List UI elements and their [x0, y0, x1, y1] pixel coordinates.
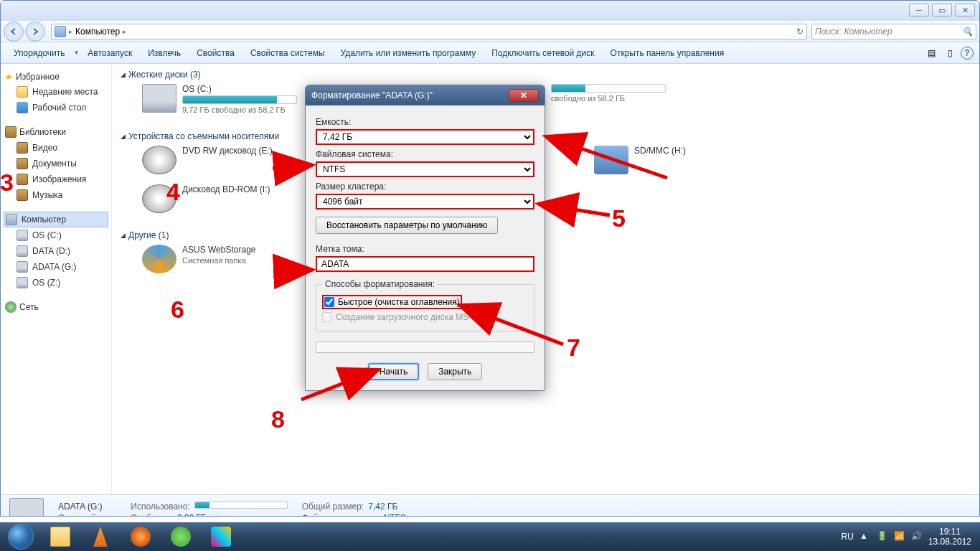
tray-power-icon[interactable]: 🔋 [877, 531, 888, 542]
status-title: ADATA (G:) [58, 501, 116, 512]
organize-button[interactable]: Упорядочить [6, 45, 72, 61]
back-button[interactable] [4, 22, 24, 42]
main-content: ◢Жесткие диски (3) OS (C:) 9,72 ГБ свобо… [112, 64, 979, 494]
sidebar: ★Избранное Недавние места Рабочий стол Б… [1, 64, 112, 494]
msdos-boot-checkbox: Создание загрузочного диска MS-DOS [322, 312, 528, 322]
dialog-titlebar[interactable]: Форматирование "ADATA (G:)" ✕ [306, 85, 545, 105]
sidebar-favorites-header[interactable]: ★Избранное [4, 70, 108, 84]
sidebar-item-documents[interactable]: Документы [4, 156, 108, 171]
drive-sdmmc[interactable]: SD/MMC (H:) [594, 146, 723, 176]
autoplay-button[interactable]: Автозапуск [80, 45, 139, 61]
sidebar-item-recent[interactable]: Недавние места [4, 84, 108, 100]
system-properties-button[interactable]: Свойства системы [243, 45, 332, 61]
annotation-4: 4 [166, 178, 180, 206]
webstorage-icon [142, 245, 176, 273]
section-removable-header[interactable]: ◢Устройства со съемными носителями [121, 130, 971, 143]
sidebar-item-drive-g[interactable]: ADATA (G:) [4, 259, 108, 275]
sidebar-item-desktop[interactable]: Рабочий стол [4, 100, 108, 116]
taskbar-vlc[interactable] [80, 523, 121, 550]
annotation-3: 3 [0, 169, 14, 197]
properties-button[interactable]: Свойства [189, 45, 242, 61]
sidebar-item-pictures[interactable]: Изображения [4, 171, 108, 187]
taskbar-firefox[interactable] [121, 523, 161, 550]
annotation-5: 5 [612, 204, 626, 232]
breadcrumb-arrow-icon: ▸ [69, 28, 72, 35]
progress-bar [316, 342, 534, 353]
sidebar-item-videos[interactable]: Видео [4, 140, 108, 156]
drive-data-d[interactable]: свободно из 58,2 ГБ [551, 84, 795, 114]
tray-flag-icon[interactable]: ▲ [859, 531, 871, 542]
capacity-select[interactable]: 7,42 ГБ [316, 129, 534, 145]
navbar: ▸ Компьютер ▸ ↻ Поиск: Компьютер 🔍 [1, 21, 979, 42]
tray-network-icon[interactable]: 📶 [894, 531, 905, 542]
taskbar-paint[interactable] [201, 523, 241, 550]
sidebar-item-music[interactable]: Музыка [4, 187, 108, 203]
dvd-icon [142, 146, 176, 174]
breadcrumb-item[interactable]: Компьютер [75, 27, 120, 37]
dialog-close-button[interactable]: ✕ [509, 89, 539, 102]
format-options-fieldset: Способы форматирования: Быстрое (очистка… [316, 279, 534, 331]
restore-defaults-button[interactable]: Восстановить параметры по умолчанию [316, 217, 498, 234]
hdd-icon [142, 84, 176, 113]
drive-dvd[interactable]: DVD RW дисковод (E:) [142, 146, 307, 176]
sidebar-item-computer[interactable]: Компьютер [4, 212, 108, 227]
dialog-title: Форматирование "ADATA (G:)" [311, 90, 433, 100]
volume-label-label: Метка тома: [316, 244, 534, 254]
sidebar-item-network[interactable]: Сеть [4, 299, 108, 315]
titlebar: ─ ▭ ✕ [1, 1, 979, 21]
preview-pane-button[interactable]: ▯ [942, 45, 958, 61]
annotation-8: 8 [271, 405, 285, 433]
refresh-icon[interactable]: ↻ [796, 27, 804, 37]
eject-button[interactable]: Извлечь [141, 45, 188, 61]
sidebar-item-drive-z[interactable]: OS (Z:) [4, 275, 108, 291]
computer-icon [55, 26, 66, 37]
map-drive-button[interactable]: Подключить сетевой диск [484, 45, 601, 61]
drive-icon [9, 498, 44, 517]
close-button[interactable]: ✕ [955, 4, 975, 17]
quick-format-checkbox[interactable]: Быстрое (очистка оглавления) [322, 295, 462, 309]
cluster-select[interactable]: 4096 байт [316, 194, 534, 209]
sidebar-item-drive-d[interactable]: DATA (D:) [4, 243, 108, 259]
tray-clock[interactable]: 19:11 13.08.2012 [928, 527, 971, 547]
filesystem-select[interactable]: NTFS [316, 161, 534, 177]
language-indicator[interactable]: RU [842, 532, 854, 542]
toolbar: Упорядочить▼ Автозапуск Извлечь Свойства… [1, 42, 979, 64]
forward-button[interactable] [25, 22, 45, 42]
search-input[interactable]: Поиск: Компьютер 🔍 [811, 24, 976, 39]
taskbar-explorer[interactable] [40, 523, 80, 550]
cluster-label: Размер кластера: [316, 182, 534, 192]
start-button[interactable]: Начать [368, 363, 420, 380]
section-other-header[interactable]: ◢Другие (1) [121, 229, 971, 242]
annotation-7: 7 [567, 334, 580, 362]
capacity-label: Емкость: [316, 117, 534, 127]
volume-label-input[interactable] [316, 256, 534, 272]
uninstall-button[interactable]: Удалить или изменить программу [334, 45, 484, 61]
search-icon: 🔍 [962, 27, 973, 37]
windows-orb-icon [8, 524, 34, 550]
start-button[interactable] [1, 522, 40, 551]
section-hdd-header[interactable]: ◢Жесткие диски (3) [121, 68, 971, 81]
sidebar-libraries-header[interactable]: Библиотеки [4, 124, 108, 140]
status-bar: ADATA (G:) Съемный диск Использовано: Св… [1, 494, 979, 517]
minimize-button[interactable]: ─ [909, 4, 929, 17]
filesystem-label: Файловая система: [316, 149, 534, 159]
sidebar-item-drive-c[interactable]: OS (C:) [4, 227, 108, 243]
address-bar[interactable]: ▸ Компьютер ▸ ↻ [51, 24, 807, 39]
control-panel-button[interactable]: Открыть панель управления [603, 45, 732, 61]
format-dialog: Форматирование "ADATA (G:)" ✕ Емкость: 7… [305, 85, 545, 391]
help-button[interactable]: ? [961, 47, 974, 60]
annotation-6: 6 [171, 296, 184, 324]
breadcrumb-arrow-icon: ▸ [123, 28, 126, 35]
system-tray: RU ▲ 🔋 📶 🔊 19:11 13.08.2012 [834, 527, 979, 547]
status-type: Съемный диск [58, 513, 116, 517]
taskbar: RU ▲ 🔋 📶 🔊 19:11 13.08.2012 [0, 522, 980, 551]
sd-icon [594, 146, 628, 174]
view-button[interactable]: ▤ [923, 45, 939, 61]
taskbar-app[interactable] [161, 523, 201, 550]
tray-volume-icon[interactable]: 🔊 [911, 531, 923, 542]
close-dialog-button[interactable]: Закрыть [428, 363, 482, 380]
maximize-button[interactable]: ▭ [932, 4, 952, 17]
